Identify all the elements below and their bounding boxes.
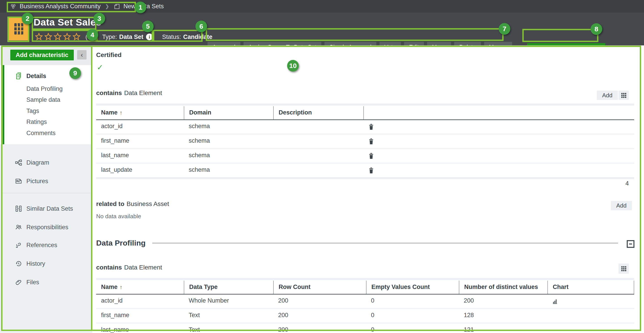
table-row: first_name schema xyxy=(96,135,634,149)
sidebar-item-label: Responsibilities xyxy=(26,224,68,231)
breadcrumb-domain[interactable]: New Data Sets xyxy=(124,3,164,10)
cell-distinct-values: 121 xyxy=(459,324,548,333)
cell-actions xyxy=(363,164,634,177)
column-header-domain[interactable]: Domain xyxy=(184,106,273,120)
sidebar-item-history[interactable]: History xyxy=(0,258,92,269)
cell-name: last_name xyxy=(96,149,184,162)
sidebar-item-label: Ratings xyxy=(26,118,47,126)
cell-domain: schema xyxy=(184,164,273,177)
rating-count: (0) xyxy=(86,34,93,40)
table-row: last_name Text 200 0 121 xyxy=(96,324,634,333)
community-icon xyxy=(10,3,16,10)
data-set-icon xyxy=(8,17,29,40)
relation-role: related to xyxy=(96,200,124,207)
app-window: Business Analysts Community ❯ New Data S… xyxy=(0,0,644,333)
trash-icon[interactable] xyxy=(368,124,374,130)
type-value: Data Set xyxy=(119,34,143,40)
sidebar-item-pictures[interactable]: Pictures xyxy=(0,176,92,187)
info-icon[interactable]: i xyxy=(146,34,153,40)
table-toolbar: Add xyxy=(597,90,629,100)
bar-chart-icon[interactable] xyxy=(552,298,558,304)
cell-name: first_name xyxy=(96,135,184,148)
details-icon xyxy=(15,72,22,80)
column-header-row-count[interactable]: Row Count xyxy=(273,281,366,294)
domain-icon xyxy=(114,3,120,10)
sidebar-item-label: Comments xyxy=(26,130,56,137)
responsibilities-icon xyxy=(15,224,22,231)
cell-distinct-values: 200 xyxy=(459,294,548,308)
sidebar-item-data-profiling[interactable]: Data Profiling xyxy=(0,83,92,94)
sidebar-collapse-button[interactable]: ‹ xyxy=(77,50,86,60)
row-count-badge: 4 xyxy=(626,180,629,187)
references-icon xyxy=(15,241,22,249)
cell-domain: schema xyxy=(184,135,273,148)
table-row: actor_id schema xyxy=(96,120,634,135)
cell-name: actor_id xyxy=(96,294,184,308)
add-button[interactable]: Add xyxy=(597,90,618,100)
cell-domain: schema xyxy=(184,120,273,134)
column-header-chart[interactable]: Chart xyxy=(548,281,634,294)
check-icon: ✓ xyxy=(97,63,103,72)
breadcrumb-community[interactable]: Business Analysts Community xyxy=(20,3,100,10)
asset-header: Data Set Sales (0) Type: Data Set i Stat… xyxy=(0,13,644,46)
certified-heading: Certified xyxy=(96,52,122,58)
cell-row-count: 200 xyxy=(273,294,366,308)
trash-icon[interactable] xyxy=(368,138,374,145)
sidebar-item-diagram[interactable]: Diagram xyxy=(0,157,92,168)
sidebar-divider xyxy=(2,193,90,193)
sidebar-item-similar-data-sets[interactable]: Similar Data Sets xyxy=(0,203,92,214)
cell-actions xyxy=(363,135,634,148)
table-bottom-band xyxy=(96,177,634,179)
cell-name: first_name xyxy=(96,309,184,322)
cell-data-type: Whole Number xyxy=(184,294,273,308)
grid-view-icon[interactable] xyxy=(618,264,629,274)
cell-description xyxy=(273,149,363,162)
cell-data-type: Text xyxy=(184,324,273,333)
profiling-table-header: Name↑ Data Type Row Count Empty Values C… xyxy=(96,281,634,294)
pictures-icon xyxy=(15,177,22,185)
table-row: first_name Text 200 0 128 xyxy=(96,309,634,324)
breadcrumb: Business Analysts Community ❯ New Data S… xyxy=(10,0,164,13)
trash-icon[interactable] xyxy=(368,152,374,159)
relation-role: contains xyxy=(96,264,122,271)
add-characteristic-button[interactable]: Add characteristic xyxy=(10,50,74,60)
collapse-section-icon[interactable] xyxy=(626,239,635,249)
sidebar-item-label: Tags xyxy=(26,108,39,114)
sidebar-item-label: Data Profiling xyxy=(26,86,62,92)
column-header-distinct-values[interactable]: Number of distinct values xyxy=(459,281,548,294)
column-header-name[interactable]: Name↑ xyxy=(96,106,184,120)
column-header-empty-values[interactable]: Empty Values Count xyxy=(366,281,459,294)
type-label: Type: xyxy=(102,34,117,40)
table-row: last_update schema xyxy=(96,164,634,177)
cell-data-type: Text xyxy=(184,309,273,322)
cell-actions xyxy=(363,149,634,162)
relation-target: Data Element xyxy=(124,90,162,96)
trash-icon[interactable] xyxy=(368,167,374,174)
sidebar-item-comments[interactable]: Comments xyxy=(0,128,92,139)
sidebar-item-responsibilities[interactable]: Responsibilities xyxy=(0,222,92,233)
sidebar: Add characteristic ‹ Details Data Profil… xyxy=(0,46,92,333)
sidebar-item-references[interactable]: References xyxy=(0,240,92,251)
grid-view-icon[interactable] xyxy=(618,90,629,100)
history-icon xyxy=(15,260,22,268)
sidebar-item-sample-data[interactable]: Sample data xyxy=(0,94,92,105)
empty-state-text: No data available xyxy=(96,213,141,220)
contains-table-header: Name↑ Domain Description xyxy=(96,106,634,120)
sidebar-item-tags[interactable]: Tags xyxy=(0,105,92,116)
main-panel: Certified ✓ containsData Element Add xyxy=(92,46,644,333)
sidebar-item-label: References xyxy=(26,242,57,249)
diagram-icon xyxy=(15,159,22,166)
column-header-name[interactable]: Name↑ xyxy=(96,281,184,294)
sidebar-item-ratings[interactable]: Ratings xyxy=(0,116,92,128)
add-button[interactable]: Add xyxy=(611,201,632,210)
cell-name: actor_id xyxy=(96,120,184,134)
sidebar-item-details[interactable]: Details xyxy=(0,70,92,82)
column-header-description[interactable]: Description xyxy=(273,106,363,120)
rating-stars[interactable] xyxy=(34,32,82,42)
column-header-data-type[interactable]: Data Type xyxy=(184,281,273,294)
sort-asc-icon: ↑ xyxy=(120,284,122,290)
cell-chart xyxy=(548,294,634,308)
sidebar-item-label: History xyxy=(26,260,45,267)
cell-name: last_update xyxy=(96,164,184,177)
sidebar-item-files[interactable]: Files xyxy=(0,277,92,288)
